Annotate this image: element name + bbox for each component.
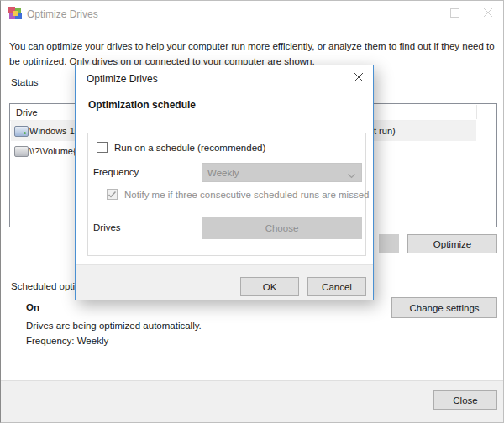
run-on-schedule-checkbox[interactable] — [97, 142, 108, 153]
dialog-close-icon[interactable] — [346, 67, 371, 87]
cancel-button[interactable]: Cancel — [307, 277, 366, 296]
window-footer — [1, 380, 504, 423]
frequency-dropdown[interactable]: Weekly — [202, 163, 362, 182]
scheduled-frequency: Frequency: Weekly — [26, 336, 108, 346]
titlebar: Optimize Drives — [1, 1, 503, 26]
optimize-drives-app-icon — [8, 7, 22, 20]
scheduled-state: On — [26, 302, 39, 312]
dialog-title: Optimize Drives — [87, 73, 158, 85]
change-settings-button[interactable]: Change settings — [391, 297, 497, 318]
drive-column-header[interactable]: Drive — [16, 107, 38, 118]
ok-button[interactable]: OK — [240, 277, 299, 296]
frequency-value: Weekly — [202, 168, 239, 178]
window-title: Optimize Drives — [27, 8, 98, 20]
optimize-drives-dialog: Optimize Drives Optimization schedule Ru… — [75, 65, 374, 300]
schedule-groupbox: Run on a schedule (recommended) Frequenc… — [87, 133, 366, 256]
optimize-drives-window: Optimize Drives You can optimize your dr… — [0, 0, 504, 423]
close-button[interactable]: Close — [433, 390, 497, 410]
column-separator — [476, 105, 477, 119]
close-icon[interactable] — [473, 1, 503, 24]
chevron-down-icon — [343, 170, 355, 180]
drives-label: Drives — [93, 222, 121, 232]
maximize-icon[interactable] — [439, 1, 470, 24]
minimize-icon[interactable] — [406, 1, 436, 24]
notify-checkbox[interactable] — [107, 189, 118, 200]
table-row-drive-name[interactable]: \\?\Volume{6 — [29, 146, 81, 156]
optimization-schedule-heading: Optimization schedule — [88, 99, 196, 111]
volume-drive-icon — [14, 146, 29, 157]
description-line1: You can optimize your drives to help you… — [9, 39, 501, 54]
analyze-button-fragment[interactable] — [379, 234, 399, 253]
notify-label[interactable]: Notify me if three consecutive scheduled… — [124, 190, 369, 200]
status-section-label: Status — [11, 77, 39, 87]
table-row-status-fragment: t run) — [374, 126, 396, 136]
run-on-schedule-label[interactable]: Run on a schedule (recommended) — [114, 143, 265, 153]
scheduled-description: Drives are being optimized automatically… — [26, 321, 202, 331]
frequency-label: Frequency — [93, 167, 139, 177]
os-drive-icon — [14, 126, 29, 137]
choose-button[interactable]: Choose — [202, 217, 362, 239]
optimize-button[interactable]: Optimize — [407, 234, 497, 253]
table-row-drive-name[interactable]: Windows 10 — [29, 126, 80, 136]
